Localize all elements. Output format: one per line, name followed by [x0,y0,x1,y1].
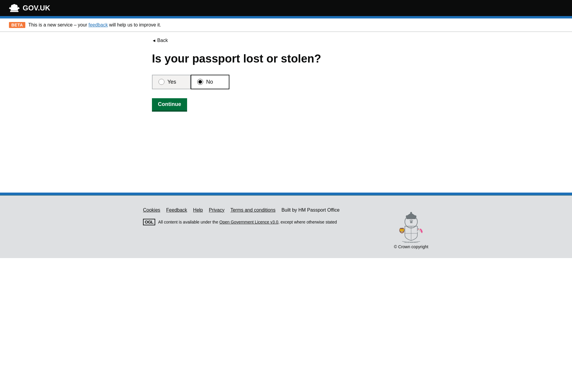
site-footer: Cookies Feedback Help Privacy Terms and … [0,196,572,258]
footer-link-cookies[interactable]: Cookies [143,207,160,213]
back-link-label: Back [157,38,168,43]
radio-no-input[interactable] [197,79,203,85]
svg-point-7 [410,212,412,214]
footer-nav: Cookies Feedback Help Privacy Terms and … [143,207,393,213]
footer-links-container: Cookies Feedback Help Privacy Terms and … [143,207,393,225]
footer-licence: OGL All content is available under the O… [143,219,393,225]
footer-link-feedback[interactable]: Feedback [166,207,187,213]
footer-link-privacy[interactable]: Privacy [209,207,224,213]
crown-crest-icon: ♛ 🦁 🦄 DIEU ET MON DROIT [393,207,429,243]
svg-point-9 [415,215,416,217]
ogl-licence-link[interactable]: Open Government Licence v3.0 [219,220,278,224]
beta-banner-text: This is a new service – your feedback wi… [28,22,161,28]
footer-licence-text: All content is available under the Open … [158,220,337,224]
header-blue-bar [0,16,572,18]
footer-link-terms[interactable]: Terms and conditions [230,207,275,213]
radio-no-label: No [206,79,213,85]
beta-banner: BETA This is a new service – your feedba… [0,18,572,32]
svg-text:♛: ♛ [409,219,414,224]
svg-text:DIEU ET MON DROIT: DIEU ET MON DROIT [404,242,418,243]
beta-tag: BETA [9,22,25,28]
back-link[interactable]: ◄ Back [152,38,168,43]
continue-button[interactable]: Continue [152,98,187,112]
radio-group: Yes No [152,75,420,89]
radio-option-yes[interactable]: Yes [152,75,191,89]
radio-yes-label: Yes [167,79,176,85]
footer-built-by: Built by HM Passport Office [282,207,340,213]
svg-rect-0 [10,11,18,12]
gov-uk-logo-text: GOV.UK [23,4,50,12]
copyright: © Crown copyright [394,244,428,249]
svg-text:🦄: 🦄 [416,227,423,234]
svg-text:🦁: 🦁 [399,227,405,234]
ogl-logo: OGL [143,219,155,225]
feedback-link[interactable]: feedback [88,22,108,27]
footer-blue-bar [0,193,572,195]
radio-option-no[interactable]: No [191,75,229,89]
footer-right: ♛ 🦁 🦄 DIEU ET MON DROIT © Crown copyrigh… [393,207,429,249]
crown-icon [9,4,20,13]
footer-link-help[interactable]: Help [193,207,203,213]
back-arrow-icon: ◄ [152,38,156,43]
svg-point-8 [406,215,408,217]
site-header: GOV.UK [0,0,572,16]
page-title: Is your passport lost or stolen? [152,52,420,66]
gov-uk-logo[interactable]: GOV.UK [9,4,50,13]
main-content: ◄ Back Is your passport lost or stolen? … [143,32,429,193]
radio-yes-input[interactable] [158,79,164,85]
